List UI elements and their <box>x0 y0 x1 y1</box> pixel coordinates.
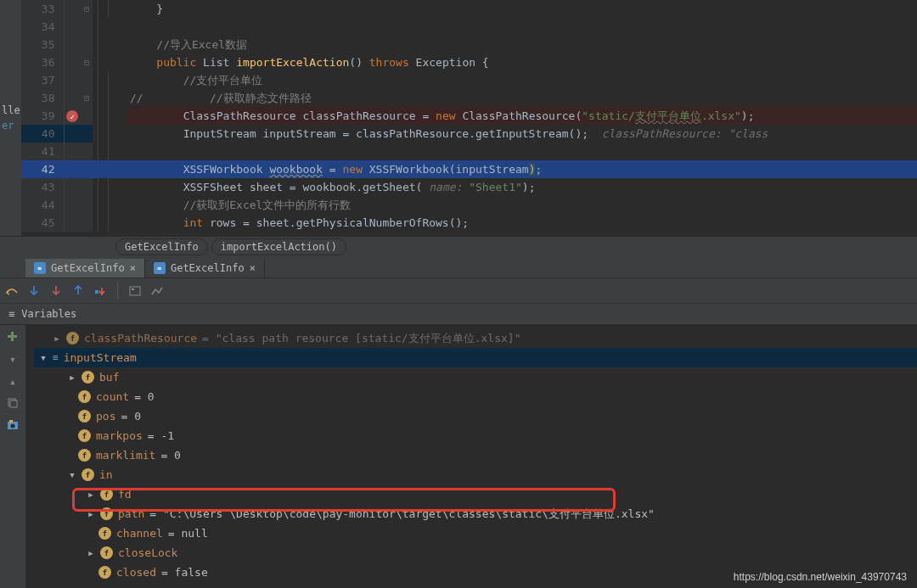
var-in[interactable]: in <box>99 468 113 481</box>
tab-label: GetExcelInfo <box>51 262 125 274</box>
var-closelock[interactable]: closeLock <box>118 546 177 559</box>
drop-frame-icon[interactable] <box>93 284 107 298</box>
var-pos[interactable]: pos <box>96 410 115 423</box>
var-fd[interactable]: fd <box>118 488 132 501</box>
trace-icon[interactable] <box>150 284 164 298</box>
variables-title: Variables <box>21 308 76 320</box>
file-icon: ≡ <box>154 262 166 274</box>
var-closed[interactable]: closed <box>116 566 156 579</box>
tab-getexcelinfo-2[interactable]: ≡ GetExcelInfo × <box>145 259 265 277</box>
debug-left-toolbar: ▾ ▴ <box>0 325 25 588</box>
screenshot-icon[interactable] <box>6 418 20 432</box>
code-editor[interactable]: 33 ⊟ } 34 35 <box>21 0 917 236</box>
debug-tabs: ≡ GetExcelInfo × ≡ GetExcelInfo × <box>0 256 917 278</box>
fold-handle[interactable]: ⊟ <box>81 89 93 107</box>
close-icon[interactable]: × <box>250 262 256 274</box>
step-into-icon[interactable] <box>27 284 41 298</box>
svg-rect-2 <box>132 288 134 290</box>
svg-rect-4 <box>8 335 17 338</box>
add-watch-icon[interactable] <box>6 330 20 344</box>
var-count[interactable]: count <box>96 390 129 403</box>
breadcrumb-item[interactable]: importExcelAction() <box>211 238 346 255</box>
breadcrumb: GetExcelInfo importExcelAction() <box>0 236 917 256</box>
variables-header: ≡ Variables <box>0 304 917 325</box>
var-classpathresource[interactable]: classPathResource <box>84 332 197 344</box>
breadcrumb-item[interactable]: GetExcelInfo <box>115 238 208 255</box>
gutter-line-number[interactable]: 33 <box>21 0 64 18</box>
trunc-label-2: er <box>2 120 14 132</box>
var-channel[interactable]: channel <box>116 527 163 540</box>
svg-rect-6 <box>10 400 17 407</box>
tab-getexcelinfo-1[interactable]: ≡ GetExcelInfo × <box>25 259 145 277</box>
equals-icon: ≡ <box>53 352 59 363</box>
watermark: https://blog.csdn.net/weixin_43970743 <box>734 571 907 583</box>
force-step-into-icon[interactable] <box>49 284 63 298</box>
evaluate-expression-icon[interactable] <box>128 284 142 298</box>
left-truncated-panel: ller er <box>0 0 21 236</box>
error-marker-icon[interactable]: ✓ <box>66 110 78 122</box>
step-over-icon[interactable] <box>5 284 19 298</box>
down-icon[interactable]: ▾ <box>6 352 20 366</box>
step-out-icon[interactable] <box>71 284 85 298</box>
var-path-value: = "C:\Users \Desktop\code\pay-monitor\ta… <box>149 507 655 522</box>
var-buf[interactable]: buf <box>99 371 119 384</box>
fold-handle[interactable]: ⊟ <box>81 0 93 18</box>
svg-rect-9 <box>9 420 13 423</box>
var-marklimit[interactable]: marklimit <box>96 449 155 462</box>
var-path[interactable]: path <box>118 507 144 520</box>
fold-handle[interactable]: ⊟ <box>81 53 93 71</box>
svg-point-8 <box>11 424 15 428</box>
variables-tree[interactable]: ▶ classPathResource = "class path resour… <box>25 325 917 588</box>
up-icon[interactable]: ▴ <box>6 374 20 388</box>
variables-icon: ≡ <box>8 308 14 320</box>
tab-label: GetExcelInfo <box>171 262 245 274</box>
copy-icon[interactable] <box>6 396 20 410</box>
var-markpos[interactable]: markpos <box>96 429 143 442</box>
var-inputstream[interactable]: inputStream <box>64 351 137 364</box>
close-icon[interactable]: × <box>130 262 136 274</box>
svg-rect-1 <box>130 287 140 295</box>
svg-rect-0 <box>95 290 98 294</box>
debug-toolbar <box>0 278 917 304</box>
file-icon: ≡ <box>34 262 46 274</box>
